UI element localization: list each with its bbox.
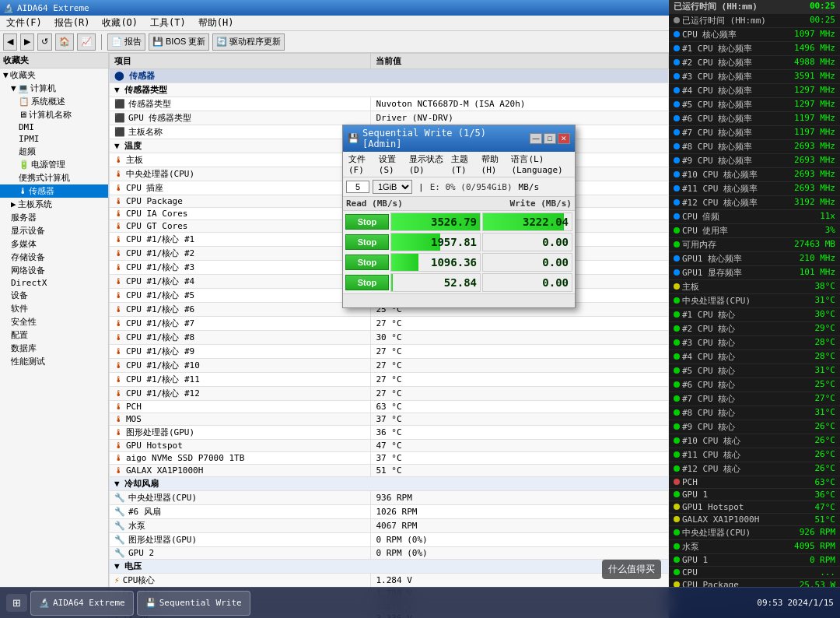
database-label: 数据库 — [11, 342, 37, 354]
tree-item-config[interactable]: 配置 — [0, 328, 108, 342]
tree-item-software[interactable]: 软件 — [0, 302, 108, 315]
popup-title-bar: 💾 Sequential Write (1/5) [Admin] — □ ✕ — [343, 125, 575, 152]
stop-button-4[interactable]: Stop — [345, 275, 389, 290]
power-label: 电源管理 — [31, 159, 65, 170]
sidebar-label-26: #6 CPU 核心 — [674, 379, 735, 391]
passes-input[interactable] — [346, 181, 369, 193]
sidebar-value-25: 31°C — [815, 365, 836, 377]
sidebar-label-6: #5 CPU 核心频率 — [674, 99, 752, 111]
tree-item-multimedia[interactable]: 多媒体 — [0, 237, 108, 251]
tree-item-sensors[interactable]: 🌡 传感器 — [0, 184, 108, 198]
tree-item-benchmark[interactable]: 性能测试 — [0, 355, 108, 368]
menu-fav[interactable]: 收藏(O) — [99, 16, 141, 30]
sidebar-label-22: #2 CPU 核心 — [674, 323, 735, 335]
sidebar-value-14: 11x — [820, 211, 835, 223]
sidebar-label-1: CPU 核心频率 — [674, 29, 737, 40]
tree-item-computer[interactable]: ▼ 💻 计算机 — [0, 82, 108, 95]
taskbar-app-aida[interactable]: 🔬 AIDA64 Extreme — [30, 591, 134, 616]
bios-update-button[interactable]: 💾 BIOS 更新 — [149, 33, 209, 51]
write-value-2: 0.00 — [542, 236, 569, 248]
tree-item-devices[interactable]: 设备 — [0, 289, 108, 302]
maximize-button[interactable]: □ — [544, 133, 556, 144]
popup-menu-help[interactable]: 帮助(H) — [479, 153, 506, 175]
sidebar-value-29: 26°C — [815, 421, 836, 433]
stop-button-1[interactable]: Stop — [345, 214, 389, 230]
tree-item-compname[interactable]: 🖥 计算机名称 — [0, 108, 108, 121]
tree-item-storage[interactable]: 存储设备 — [0, 251, 108, 264]
tree-item-portable[interactable]: 便携式计算机 — [0, 171, 108, 184]
popup-menu-status[interactable]: 显示状态(D) — [407, 153, 446, 175]
sidebar-row-1: CPU 核心频率1097 MHz — [669, 28, 840, 42]
sidebar-label-3: #2 CPU 核心频率 — [674, 57, 752, 68]
sysoverview-icon: 📋 — [19, 97, 30, 107]
tree-item-server[interactable]: 服务器 — [0, 211, 108, 224]
popup-menu-settings[interactable]: 设置(S) — [376, 153, 404, 175]
sidebar-value-18: 101 MHz — [800, 267, 835, 279]
bench-status — [343, 293, 575, 307]
menu-report[interactable]: 报告(R) — [51, 16, 93, 30]
tree-panel: 收藏夹 ▼ 收藏夹 ▼ 💻 计算机 📋 系统概述 🖥 计算机名称 DMI — [0, 53, 109, 618]
blocksize-select[interactable]: 1GiB — [373, 180, 412, 194]
driver-update-button[interactable]: 🔄 驱动程序更新 — [212, 33, 285, 51]
start-button[interactable]: ⊞ — [6, 594, 27, 612]
report-button[interactable]: 📄 报告 — [107, 33, 145, 51]
sidebar-label-15: CPU 使用率 — [674, 225, 729, 237]
sidebar-row-37: 中央处理器(CPU)926 RPM — [669, 526, 840, 540]
tree-item-display[interactable]: 显示设备 — [0, 224, 108, 237]
sidebar-value-0: 00:25 — [810, 15, 835, 26]
tree-item-overclock[interactable]: 超频 — [0, 145, 108, 158]
directx-label: DirectX — [11, 278, 47, 288]
menu-bar: 文件(F) 报告(R) 收藏(O) 工具(T) 帮助(H) — [0, 16, 669, 31]
stop-button-2[interactable]: Stop — [345, 234, 389, 250]
tree-item-database[interactable]: 数据库 — [0, 342, 108, 355]
tree-item-ipmi[interactable]: IPMI — [0, 133, 108, 145]
menu-file[interactable]: 文件(F) — [3, 16, 45, 30]
sidebar-label-5: #4 CPU 核心频率 — [674, 85, 752, 97]
home-button[interactable]: 🏠 — [55, 33, 74, 51]
tree-item-security[interactable]: 安全性 — [0, 315, 108, 328]
taskbar-left: ⊞ 🔬 AIDA64 Extreme 💾 Sequential Write — [6, 591, 250, 616]
chip-icon: ⬛ — [114, 99, 125, 109]
sidebar-value-23: 28°C — [815, 337, 836, 349]
tree-item-favorites[interactable]: ▼ 收藏夹 — [0, 68, 108, 82]
sidebar-label-12: #11 CPU 核心频率 — [674, 183, 758, 195]
tree-item-dmi[interactable]: DMI — [0, 121, 108, 133]
sidebar-row-20: 中央处理器(CPU)31°C — [669, 294, 840, 308]
popup-menu-file[interactable]: 文件(F) — [346, 153, 373, 175]
sidebar-value-8: 1197 MHz — [794, 127, 835, 139]
sidebar-value-31: 26°C — [815, 449, 836, 461]
sidebar-row-30: #10 CPU 核心26°C — [669, 434, 840, 448]
popup-menu-lang[interactable]: 语言(L)(Language) — [509, 153, 572, 175]
tree-item-directx[interactable]: DirectX — [0, 277, 108, 289]
table-row: 🌡 MOS37 °C — [110, 413, 669, 426]
tree-item-network[interactable]: 网络设备 — [0, 264, 108, 277]
sidebar-label-29: #9 CPU 核心 — [674, 421, 735, 433]
sidebar-value-21: 30°C — [815, 309, 836, 321]
tree-item-power[interactable]: 🔋 电源管理 — [0, 158, 108, 171]
sequential-write-dialog[interactable]: 💾 Sequential Write (1/5) [Admin] — □ ✕ 文… — [342, 125, 576, 308]
section-sensors: ⬤ 传感器 — [110, 69, 669, 83]
menu-tools[interactable]: 工具(T) — [147, 16, 189, 30]
sidebar-label-31: #11 CPU 核心 — [674, 449, 740, 461]
minimize-button[interactable]: — — [530, 133, 542, 144]
sidebar-row-8: #7 CPU 核心频率1197 MHz — [669, 126, 840, 140]
tree-item-mainboard[interactable]: ▶ 主板系统 — [0, 198, 108, 211]
back-button[interactable]: ◀ — [3, 33, 17, 51]
close-button[interactable]: ✕ — [558, 133, 570, 144]
forward-button[interactable]: ▶ — [20, 33, 34, 51]
refresh-button[interactable]: ↺ — [37, 33, 52, 51]
tree-item-sysoverview[interactable]: 📋 系统概述 — [0, 95, 108, 108]
menu-help[interactable]: 帮助(H) — [195, 16, 237, 30]
tree-header: 收藏夹 — [0, 53, 108, 68]
graph-button[interactable]: 📈 — [77, 33, 96, 51]
taskbar-app-seqwrite[interactable]: 💾 Sequential Write — [137, 591, 250, 616]
seqwrite-taskbar-label: Sequential Write — [159, 598, 242, 608]
sidebar-row-12: #11 CPU 核心频率2693 MHz — [669, 182, 840, 196]
read-value-2: 1957.81 — [431, 236, 477, 248]
stop-button-3[interactable]: Stop — [345, 255, 389, 270]
read-bar-fill-3 — [391, 254, 418, 271]
sidebar-row-4: #3 CPU 核心频率3591 MHz — [669, 70, 840, 84]
multimedia-label: 多媒体 — [11, 238, 37, 250]
popup-menu-theme[interactable]: 主题(T) — [449, 153, 476, 175]
sidebar-row-9: #8 CPU 核心频率2693 MHz — [669, 140, 840, 154]
